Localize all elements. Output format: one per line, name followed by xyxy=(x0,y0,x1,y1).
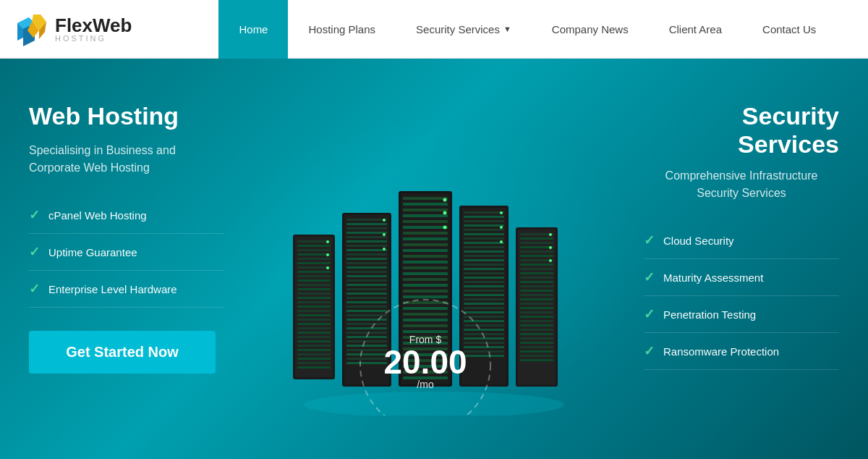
get-started-button[interactable]: Get Started Now xyxy=(29,331,216,374)
security-label-maturity: Maturity Assessment xyxy=(663,271,763,284)
svg-point-79 xyxy=(383,233,386,236)
svg-rect-134 xyxy=(464,272,504,274)
svg-rect-85 xyxy=(403,209,448,211)
svg-rect-145 xyxy=(464,320,504,322)
hero-center-panel: From $ 20.00 /mo xyxy=(246,59,622,459)
security-services-subtitle: Comprehensive Infrastructure Security Se… xyxy=(644,167,839,202)
svg-point-189 xyxy=(549,233,552,236)
nav-link-company-news[interactable]: Company News xyxy=(532,0,649,59)
svg-rect-31 xyxy=(297,336,331,338)
svg-rect-88 xyxy=(403,226,448,229)
svg-rect-53 xyxy=(346,258,387,260)
svg-rect-120 xyxy=(464,211,504,214)
svg-rect-49 xyxy=(346,240,387,243)
svg-point-190 xyxy=(549,246,552,249)
svg-rect-46 xyxy=(346,227,387,230)
feature-list: ✓ cPanel Web Hosting ✓ Uptime Guarantee … xyxy=(29,197,224,308)
svg-rect-20 xyxy=(297,288,331,290)
svg-rect-167 xyxy=(520,268,553,270)
nav-item-hosting-plans[interactable]: Hosting Plans xyxy=(288,0,396,58)
nav-item-contact-us[interactable]: Contact Us xyxy=(742,0,836,58)
svg-rect-106 xyxy=(403,330,448,333)
svg-rect-35 xyxy=(297,353,331,355)
nav-link-contact-us[interactable]: Contact Us xyxy=(742,0,836,59)
svg-rect-61 xyxy=(346,292,387,295)
svg-rect-95 xyxy=(403,266,448,269)
svg-rect-168 xyxy=(520,272,553,274)
svg-rect-96 xyxy=(403,272,448,275)
svg-rect-101 xyxy=(403,301,448,304)
svg-rect-174 xyxy=(520,298,553,300)
nav-item-client-area[interactable]: Client Area xyxy=(649,0,742,58)
svg-rect-164 xyxy=(520,255,553,257)
svg-rect-123 xyxy=(464,224,504,227)
svg-rect-76 xyxy=(346,358,387,360)
navbar: Flex Web HOSTING Home Hosting Plans Secu… xyxy=(0,0,868,59)
svg-rect-131 xyxy=(464,259,504,261)
svg-rect-185 xyxy=(520,346,553,348)
svg-rect-38 xyxy=(297,366,331,369)
svg-rect-58 xyxy=(346,279,387,282)
svg-rect-136 xyxy=(464,281,504,283)
svg-rect-104 xyxy=(403,319,448,321)
nav-item-home[interactable]: Home xyxy=(218,0,288,58)
nav-link-client-area[interactable]: Client Area xyxy=(649,0,742,59)
nav-link-home[interactable]: Home xyxy=(218,0,288,59)
feature-item-uptime: ✓ Uptime Guarantee xyxy=(29,234,224,271)
svg-rect-153 xyxy=(464,355,504,357)
check-icon: ✓ xyxy=(644,343,655,359)
svg-rect-161 xyxy=(520,242,553,244)
svg-rect-125 xyxy=(464,233,504,235)
svg-rect-72 xyxy=(346,340,387,342)
hero-section: Web Hosting Specialising in Business and… xyxy=(0,59,868,459)
svg-rect-170 xyxy=(520,281,553,283)
svg-rect-47 xyxy=(346,232,387,234)
svg-rect-10 xyxy=(297,245,331,247)
svg-rect-102 xyxy=(403,307,448,310)
hero-title: Web Hosting xyxy=(29,102,224,130)
svg-rect-132 xyxy=(464,264,504,266)
svg-rect-127 xyxy=(464,242,504,244)
nav-link-hosting-plans[interactable]: Hosting Plans xyxy=(288,0,396,59)
nav-item-company-news[interactable]: Company News xyxy=(532,0,649,58)
svg-rect-124 xyxy=(464,229,504,231)
svg-rect-23 xyxy=(297,301,331,303)
svg-rect-178 xyxy=(520,316,553,318)
svg-rect-100 xyxy=(403,295,448,298)
server-rack-visual: From $ 20.00 /mo xyxy=(278,191,590,416)
svg-rect-75 xyxy=(346,353,387,355)
svg-rect-63 xyxy=(346,301,387,303)
svg-rect-62 xyxy=(346,297,387,299)
svg-rect-150 xyxy=(464,342,504,344)
svg-point-78 xyxy=(383,219,386,222)
svg-rect-19 xyxy=(297,284,331,286)
svg-rect-70 xyxy=(346,332,387,334)
svg-rect-24 xyxy=(297,306,331,308)
svg-rect-99 xyxy=(403,290,448,292)
svg-rect-162 xyxy=(520,246,553,248)
check-icon: ✓ xyxy=(29,207,40,223)
svg-rect-32 xyxy=(297,340,331,342)
svg-rect-97 xyxy=(403,278,448,281)
nav-item-security-services[interactable]: Security Services ▼ xyxy=(396,0,532,58)
svg-rect-139 xyxy=(464,294,504,296)
svg-rect-21 xyxy=(297,292,331,295)
svg-rect-33 xyxy=(297,345,331,347)
svg-rect-77 xyxy=(346,362,387,364)
chevron-down-icon: ▼ xyxy=(503,25,511,33)
security-label-pentest: Penetration Testing xyxy=(663,308,756,321)
logo[interactable]: Flex Web HOSTING xyxy=(0,12,146,46)
svg-rect-175 xyxy=(520,303,553,305)
svg-rect-137 xyxy=(464,285,504,287)
svg-rect-74 xyxy=(346,349,387,351)
feature-item-cpanel: ✓ cPanel Web Hosting xyxy=(29,197,224,234)
svg-rect-52 xyxy=(346,253,387,256)
svg-point-156 xyxy=(500,240,503,243)
svg-rect-92 xyxy=(403,249,448,252)
svg-rect-93 xyxy=(403,255,448,258)
security-label-ransomware: Ransomware Protection xyxy=(663,345,779,358)
svg-rect-138 xyxy=(464,290,504,292)
svg-rect-22 xyxy=(297,297,331,299)
svg-rect-9 xyxy=(297,240,331,243)
nav-link-security-services[interactable]: Security Services ▼ xyxy=(396,0,532,59)
